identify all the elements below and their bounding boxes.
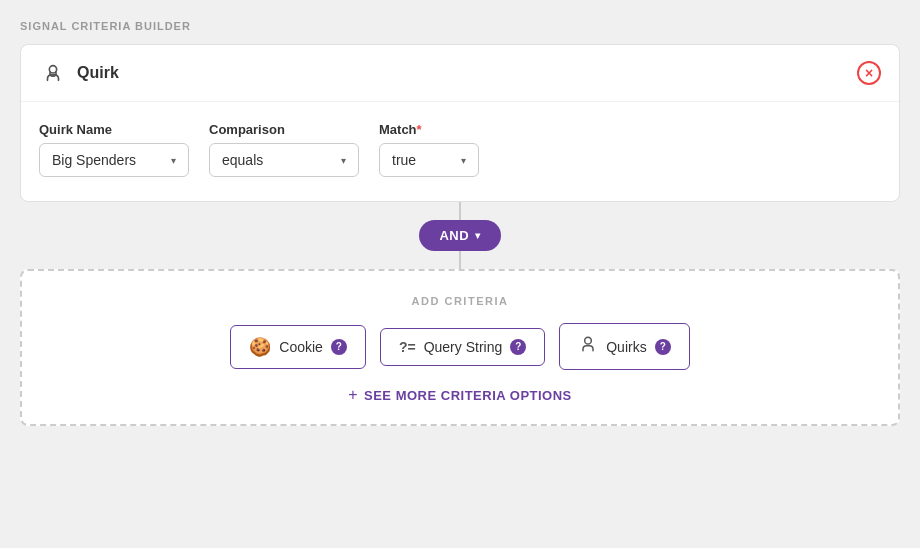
query-string-button[interactable]: ?= Query String ?	[380, 328, 545, 366]
quirk-title-area: Quirk	[39, 59, 119, 87]
cookie-icon: 🍪	[249, 336, 271, 358]
quirk-card-body: Quirk Name Big Spenders ▾ Comparison equ…	[21, 102, 899, 201]
quirk-name-field: Quirk Name Big Spenders ▾	[39, 122, 189, 177]
query-string-help-icon[interactable]: ?	[510, 339, 526, 355]
quirk-name-label: Quirk Name	[39, 122, 189, 137]
quirks-icon	[578, 334, 598, 359]
query-string-icon: ?=	[399, 339, 416, 355]
quirk-card-title: Quirk	[77, 64, 119, 82]
add-criteria-box: ADD CRITERIA 🍪 Cookie ? ?= Query String …	[20, 269, 900, 426]
comparison-label: Comparison	[209, 122, 359, 137]
and-connector: AND ▾	[20, 202, 900, 269]
quirk-icon	[39, 59, 67, 87]
comparison-select[interactable]: equals ▾	[209, 143, 359, 177]
and-line-bottom	[459, 251, 461, 269]
quirks-help-icon[interactable]: ?	[655, 339, 671, 355]
comparison-field: Comparison equals ▾	[209, 122, 359, 177]
and-line-top	[459, 202, 461, 220]
quirks-label: Quirks	[606, 339, 646, 355]
add-criteria-label: ADD CRITERIA	[412, 295, 509, 307]
and-label: AND	[439, 228, 469, 243]
chevron-down-icon: ▾	[461, 155, 466, 166]
see-more-link[interactable]: + SEE MORE CRITERIA OPTIONS	[348, 386, 572, 404]
query-string-label: Query String	[424, 339, 503, 355]
quirk-card: Quirk × Quirk Name Big Spenders ▾ Compar…	[20, 44, 900, 202]
quirk-card-header: Quirk ×	[21, 45, 899, 102]
match-label: Match*	[379, 122, 479, 137]
section-title: SIGNAL CRITERIA BUILDER	[20, 20, 900, 32]
match-field: Match* true ▾	[379, 122, 479, 177]
quirks-button[interactable]: Quirks ?	[559, 323, 689, 370]
comparison-value: equals	[222, 152, 263, 168]
svg-point-1	[585, 337, 592, 344]
plus-icon: +	[348, 386, 358, 404]
chevron-down-icon: ▾	[475, 230, 481, 241]
cookie-label: Cookie	[279, 339, 323, 355]
chevron-down-icon: ▾	[171, 155, 176, 166]
cookie-help-icon[interactable]: ?	[331, 339, 347, 355]
match-value: true	[392, 152, 416, 168]
chevron-down-icon: ▾	[341, 155, 346, 166]
match-select[interactable]: true ▾	[379, 143, 479, 177]
quirk-name-select[interactable]: Big Spenders ▾	[39, 143, 189, 177]
criteria-options: 🍪 Cookie ? ?= Query String ? Quirks	[230, 323, 689, 370]
cookie-button[interactable]: 🍪 Cookie ?	[230, 325, 366, 369]
and-button[interactable]: AND ▾	[419, 220, 500, 251]
close-button[interactable]: ×	[857, 61, 881, 85]
quirk-name-value: Big Spenders	[52, 152, 136, 168]
see-more-label: SEE MORE CRITERIA OPTIONS	[364, 388, 572, 403]
